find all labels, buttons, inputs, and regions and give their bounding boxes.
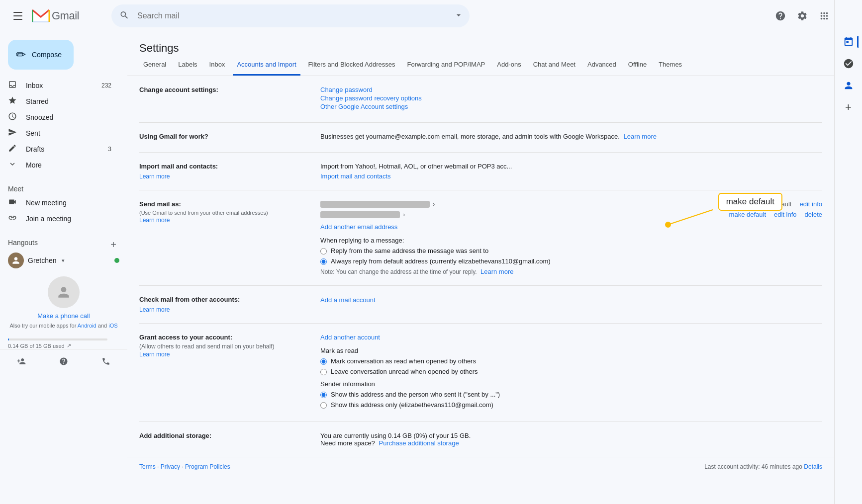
storage-usage-text: You are currently using 0.14 GB (0%) of … [320,432,822,439]
tab-filters[interactable]: Filters and Blocked Addresses [304,55,399,76]
tab-labels[interactable]: Labels [174,55,201,76]
sidebar-item-sent[interactable]: Sent [0,125,119,141]
terms-link[interactable]: Terms [139,463,156,470]
join-meeting-icon [8,213,18,225]
gmail-work-label: Using Gmail for work? [139,133,308,140]
check-mail-learn-more[interactable]: Learn more [139,306,170,313]
add-another-account-link[interactable]: Add another account [320,334,822,341]
tab-offline[interactable]: Offline [624,55,651,76]
reply-same-label: Reply from the same address the message … [331,247,488,254]
gmail-work-text: Businesses get yourname@example.com emai… [320,133,822,140]
grant-access-label: Grant access to your account: [139,334,308,341]
compose-button[interactable]: ✏ Compose [8,40,74,70]
sidebar-item-new-meeting[interactable]: New meeting [0,195,119,211]
make-phone-call-link[interactable]: Make a phone call [8,312,119,320]
search-input[interactable] [111,4,470,27]
ios-link[interactable]: iOS [108,323,117,329]
edit-info-link-1[interactable]: edit info [799,200,822,208]
send-mail-learn-more[interactable]: Learn more [139,217,170,224]
tab-accounts-import[interactable]: Accounts and Import [233,55,300,76]
online-indicator [114,258,119,263]
join-meeting-label: Join a meeting [26,215,111,223]
sender-only-label: Show this address only (elizabethevans11… [331,401,493,409]
import-learn-more-link[interactable]: Learn more [139,173,170,180]
tab-forwarding[interactable]: Forwarding and POP/IMAP [403,55,489,76]
hangout-add-button[interactable]: + [107,239,119,251]
edit-info-link-2[interactable]: edit info [774,211,797,218]
starred-icon [8,96,18,107]
sidebar-item-starred[interactable]: Starred [0,93,119,109]
sender-both-radio[interactable] [320,392,327,398]
calendar-panel-button[interactable] [839,32,859,52]
sidebar-item-inbox[interactable]: Inbox 232 [0,78,119,93]
reply-note-learn-more[interactable]: Learn more [480,268,513,275]
mark-read-yes-label: Mark conversation as read when opened by… [331,357,476,365]
gmail-logo[interactable]: Gmail [32,9,79,23]
new-meeting-icon [8,197,18,209]
hangout-user-gretchen[interactable]: Gretchen ▾ [8,251,119,270]
android-link[interactable]: Android [78,323,96,329]
add-panel-button[interactable]: + [839,97,859,117]
make-default-link[interactable]: make default [729,211,766,218]
help-button[interactable] [770,6,790,26]
sidebar-item-join-meeting[interactable]: Join a meeting [0,211,119,227]
search-icon [119,10,129,22]
tasks-panel-button[interactable] [839,54,859,74]
starred-label: Starred [26,97,111,105]
hangout-dropdown[interactable]: ▾ [62,257,65,264]
apps-button[interactable] [814,6,834,26]
contacts-panel-button[interactable] [839,76,859,95]
send-mail-row-2-wrapper: › make default edit info delete make [320,211,822,218]
storage-text: 0.14 GB of 15 GB used ↗ [8,342,119,349]
change-password-link[interactable]: Change password [320,86,822,93]
search-options-icon[interactable] [454,10,464,22]
tab-addons[interactable]: Add-ons [493,55,525,76]
settings-title: Settings [127,32,834,55]
gmail-wordmark: Gmail [52,9,79,22]
help-small-button[interactable] [56,353,72,369]
tab-advanced[interactable]: Advanced [583,55,620,76]
add-people-button[interactable] [13,353,29,369]
delete-link[interactable]: delete [805,211,822,218]
section-add-storage: Add additional storage: You are currentl… [139,422,822,457]
section-send-mail: Send mail as: (Use Gmail to send from yo… [139,190,822,286]
meet-section-label: Meet [0,181,127,195]
menu-icon[interactable] [8,6,28,26]
hangouts-header: Hangouts [8,239,38,247]
change-recovery-link[interactable]: Change password recovery options [320,94,822,102]
search-bar [111,4,470,27]
send-mail-row-2: › make default edit info delete [320,211,822,218]
drafts-icon [8,144,18,155]
mark-read-no-radio[interactable] [320,369,327,375]
snoozed-label: Snoozed [26,113,111,121]
import-mail-label: Import mail and contacts: [139,163,308,170]
sidebar-item-more[interactable]: More [0,157,119,173]
google-account-link[interactable]: Other Google Account settings [320,103,822,110]
footer-activity: Last account activity: 46 minutes ago De… [704,463,822,470]
mark-read-label: Mark as read [320,347,822,354]
sender-only-radio[interactable] [320,402,327,409]
reply-default-label: Always reply from default address (curre… [331,257,551,265]
storage-bar [8,338,107,340]
tab-themes[interactable]: Themes [655,55,686,76]
sidebar-item-snoozed[interactable]: Snoozed [0,109,119,125]
reply-default-radio[interactable] [320,258,327,265]
gmail-work-learn-more[interactable]: Learn more [623,133,656,140]
program-policies-link[interactable]: Program Policies [185,463,230,470]
import-mail-contacts-link[interactable]: Import mail and contacts [320,172,391,180]
mark-read-yes-radio[interactable] [320,358,327,365]
grant-access-learn-more[interactable]: Learn more [139,351,170,358]
sidebar-item-drafts[interactable]: Drafts 3 [0,141,119,157]
tab-inbox[interactable]: Inbox [205,55,229,76]
settings-button[interactable] [792,6,812,26]
storage-open-icon[interactable]: ↗ [67,342,71,349]
reply-same-radio[interactable] [320,248,327,254]
add-mail-account-link[interactable]: Add a mail account [320,296,376,304]
tab-general[interactable]: General [139,55,170,76]
tab-chat-meet[interactable]: Chat and Meet [529,55,579,76]
phone-small-button[interactable] [98,353,114,369]
purchase-storage-link[interactable]: Purchase additional storage [379,439,459,447]
add-email-link[interactable]: Add another email address [320,223,822,231]
details-link[interactable]: Details [804,463,822,470]
privacy-link[interactable]: Privacy [161,463,180,470]
